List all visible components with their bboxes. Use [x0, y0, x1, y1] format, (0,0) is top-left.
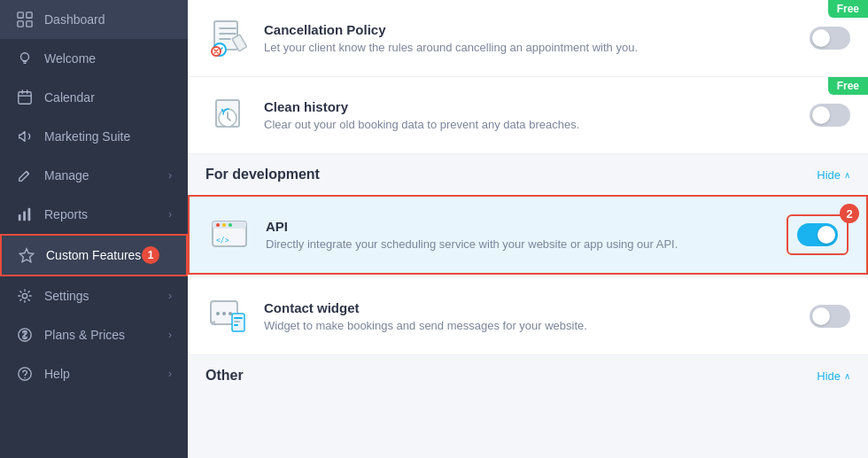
cancellation-desc: Let your client know the rules around ca…: [264, 41, 810, 54]
sidebar-item-label: Marketing Suite: [44, 129, 130, 144]
svg-rect-31: [234, 317, 243, 319]
svg-point-10: [22, 293, 27, 298]
hide-label: Hide: [817, 168, 841, 182]
sidebar-item-label: Custom Features: [46, 248, 141, 262]
sidebar-item-calendar[interactable]: Calendar: [0, 78, 188, 117]
svg-point-27: [216, 312, 220, 315]
sidebar-item-dashboard[interactable]: Dashboard: [0, 0, 188, 39]
contact-widget-text: Contact widget Widget to make bookings a…: [264, 300, 810, 332]
api-title: API: [266, 219, 787, 234]
sidebar-item-marketing[interactable]: Marketing Suite: [0, 117, 188, 156]
svg-text:</>: </>: [216, 237, 229, 245]
sidebar-item-manage[interactable]: Manage ›: [0, 156, 188, 195]
contact-widget-icon: [205, 294, 250, 338]
hide-other-label: Hide: [817, 369, 841, 383]
chevron-right-icon: ›: [168, 208, 172, 221]
clean-history-text: Clean history Clear out your old booking…: [264, 99, 810, 131]
megaphone-icon: [16, 128, 34, 145]
calendar-icon: [16, 89, 34, 106]
sidebar-item-reports[interactable]: Reports ›: [0, 195, 188, 234]
svg-rect-6: [19, 214, 21, 221]
clean-history-toggle[interactable]: [810, 104, 850, 127]
cancellation-text: Cancellation Policy Let your client know…: [264, 22, 810, 54]
hide-other-button[interactable]: Hide ∧: [817, 369, 850, 383]
svg-marker-9: [19, 249, 33, 262]
sidebar-item-label: Welcome: [44, 51, 96, 66]
svg-rect-0: [18, 12, 23, 18]
edit-icon: [16, 167, 34, 184]
feature-cancellation-policy: Free Cancellation Policy Let your client…: [188, 0, 868, 77]
cancellation-title: Cancellation Policy: [264, 22, 810, 37]
dollar-icon: [16, 326, 34, 344]
sidebar-item-help[interactable]: Help ›: [0, 354, 188, 393]
api-desc: Directly integrate your scheduling servi…: [266, 237, 787, 251]
chevron-right-icon: ›: [168, 169, 172, 182]
gear-icon: [16, 287, 34, 305]
free-badge-2: Free: [828, 77, 868, 95]
help-icon: [16, 365, 34, 383]
other-header: Other Hide ∧: [188, 355, 868, 392]
sidebar-item-settings[interactable]: Settings ›: [0, 276, 188, 315]
api-icon: </>: [207, 213, 252, 257]
sidebar: Dashboard Welcome Calendar Marke: [0, 0, 188, 458]
api-toggle-box: [787, 214, 849, 255]
chevron-right-icon: ›: [168, 368, 172, 380]
sidebar-item-plans[interactable]: Plans & Prices ›: [0, 315, 188, 354]
svg-rect-7: [23, 211, 26, 221]
main-content: Free Cancellation Policy Let your client…: [188, 0, 868, 458]
svg-rect-5: [19, 92, 31, 105]
contact-widget-title: Contact widget: [264, 300, 810, 315]
feature-contact-widget: Contact widget Widget to make bookings a…: [188, 278, 868, 355]
svg-rect-3: [27, 21, 32, 27]
sidebar-item-label: Help: [44, 367, 70, 381]
svg-rect-1: [27, 12, 32, 18]
for-development-header: For development Hide ∧: [188, 154, 868, 191]
sidebar-item-label: Plans & Prices: [44, 328, 125, 342]
sidebar-item-label: Reports: [44, 207, 88, 221]
for-development-title: For development: [205, 167, 320, 182]
grid-icon: [16, 11, 34, 28]
api-badge: 2: [840, 204, 859, 223]
svg-point-24: [229, 223, 232, 227]
svg-point-13: [24, 377, 25, 378]
clean-history-icon: [205, 93, 250, 137]
contact-widget-toggle[interactable]: [810, 305, 850, 328]
api-toggle[interactable]: [797, 223, 838, 246]
chart-icon: [16, 206, 34, 223]
sidebar-item-label: Settings: [44, 289, 89, 303]
api-text: API Directly integrate your scheduling s…: [266, 219, 787, 251]
clean-history-desc: Clear out your old booking data to preve…: [264, 118, 810, 131]
hide-development-button[interactable]: Hide ∧: [817, 168, 850, 182]
sidebar-item-welcome[interactable]: Welcome: [0, 39, 188, 78]
clean-history-title: Clean history: [264, 99, 810, 114]
feature-clean-history: Free Clean history Clear out your old bo…: [188, 77, 868, 154]
chevron-up-icon-2: ∧: [844, 371, 850, 381]
chevron-right-icon: ›: [168, 290, 172, 302]
contact-widget-desc: Widget to make bookings and send message…: [264, 319, 810, 332]
sidebar-item-custom-features[interactable]: Custom Features 1: [0, 234, 188, 276]
svg-rect-8: [28, 208, 31, 221]
feature-api: </> API Directly integrate your scheduli…: [188, 195, 868, 275]
svg-point-23: [222, 223, 226, 227]
chevron-up-icon: ∧: [844, 170, 850, 180]
star-icon: [18, 246, 35, 264]
api-toggle-wrapper: 2: [787, 214, 849, 255]
free-badge: Free: [828, 0, 868, 18]
lightbulb-icon: [16, 50, 34, 67]
svg-rect-32: [234, 321, 240, 322]
svg-rect-2: [18, 21, 23, 27]
svg-point-22: [216, 223, 220, 227]
svg-point-4: [21, 53, 29, 61]
sidebar-item-label: Dashboard: [44, 12, 105, 27]
other-title: Other: [205, 368, 244, 384]
sidebar-item-label: Manage: [44, 168, 89, 182]
sidebar-badge: 1: [142, 246, 159, 264]
cancellation-icon: [205, 16, 250, 60]
cancellation-toggle[interactable]: [810, 27, 850, 50]
svg-point-28: [222, 312, 226, 315]
sidebar-item-label: Calendar: [44, 90, 95, 105]
chevron-right-icon: ›: [168, 329, 172, 341]
svg-rect-33: [234, 324, 238, 326]
